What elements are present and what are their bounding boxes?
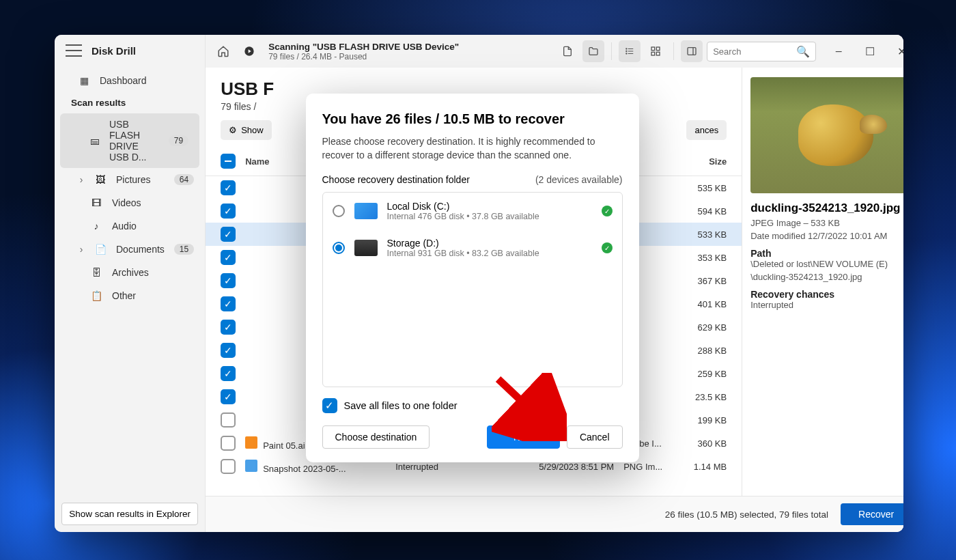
drive-icon — [354, 240, 378, 256]
check-ok-icon: ✓ — [602, 206, 613, 216]
destination-name: Storage (D:) — [387, 238, 592, 249]
cancel-button[interactable]: Cancel — [567, 425, 623, 449]
destination-name: Local Disk (C:) — [387, 201, 592, 212]
choose-destination-label: Choose recovery destination folder — [322, 174, 470, 185]
drive-icon — [354, 203, 378, 219]
destination-radio[interactable] — [333, 205, 345, 217]
modal-backdrop: You have 26 files / 10.5 MB to recover P… — [55, 35, 903, 532]
destination-item[interactable]: Local Disk (C:)Internal 476 GB disk • 37… — [323, 193, 622, 229]
destination-sub: Internal 476 GB disk • 37.8 GB available — [387, 212, 592, 221]
check-ok-icon: ✓ — [602, 242, 613, 253]
save-all-label: Save all files to one folder — [344, 400, 458, 411]
recovery-destination-modal: You have 26 files / 10.5 MB to recover P… — [306, 94, 639, 462]
devices-available-label: (2 devices available) — [535, 174, 623, 185]
next-button[interactable]: Next — [487, 425, 560, 449]
choose-destination-button[interactable]: Choose destination — [322, 425, 430, 449]
modal-description: Please choose recovery destination. It i… — [322, 135, 623, 162]
destination-sub: Internal 931 GB disk • 83.2 GB available — [387, 249, 592, 258]
modal-title: You have 26 files / 10.5 MB to recover — [322, 111, 623, 127]
destination-radio[interactable] — [333, 242, 345, 254]
destination-list: Local Disk (C:)Internal 476 GB disk • 37… — [322, 192, 623, 387]
app-window: Disk Drill ▦ Dashboard Scan results 🖴USB… — [55, 35, 903, 532]
destination-item[interactable]: Storage (D:)Internal 931 GB disk • 83.2 … — [323, 229, 622, 266]
save-all-checkbox[interactable]: ✓ — [322, 398, 337, 413]
